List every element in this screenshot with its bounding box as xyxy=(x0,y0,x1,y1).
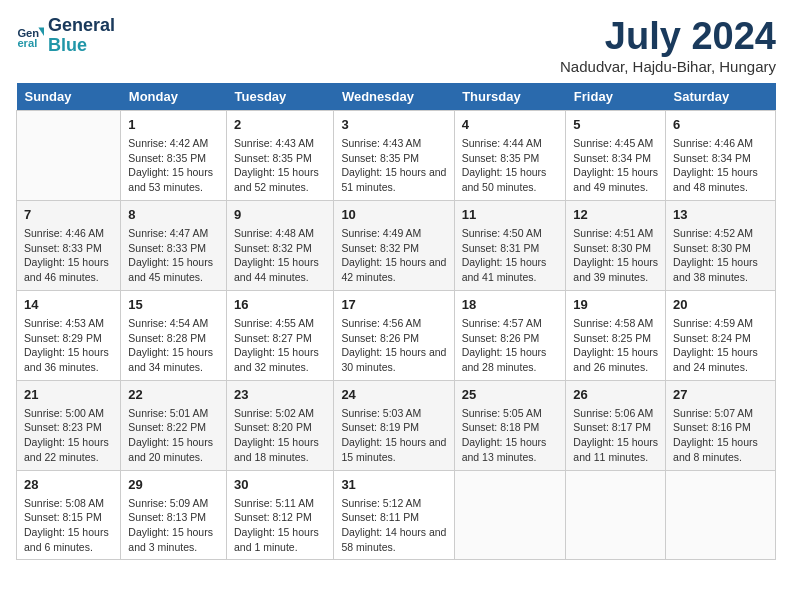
day-info: Sunrise: 4:46 AMSunset: 8:34 PMDaylight:… xyxy=(673,136,768,195)
calendar-cell: 31Sunrise: 5:12 AMSunset: 8:11 PMDayligh… xyxy=(334,470,454,560)
day-info: Sunrise: 4:51 AMSunset: 8:30 PMDaylight:… xyxy=(573,226,658,285)
title-section: July 2024 Nadudvar, Hajdu-Bihar, Hungary xyxy=(560,16,776,75)
day-info: Sunrise: 4:52 AMSunset: 8:30 PMDaylight:… xyxy=(673,226,768,285)
calendar-cell: 12Sunrise: 4:51 AMSunset: 8:30 PMDayligh… xyxy=(566,200,666,290)
calendar-cell: 15Sunrise: 4:54 AMSunset: 8:28 PMDayligh… xyxy=(121,290,227,380)
day-number: 8 xyxy=(128,206,219,224)
day-info: Sunrise: 5:06 AMSunset: 8:17 PMDaylight:… xyxy=(573,406,658,465)
calendar-cell: 16Sunrise: 4:55 AMSunset: 8:27 PMDayligh… xyxy=(227,290,334,380)
day-info: Sunrise: 4:43 AMSunset: 8:35 PMDaylight:… xyxy=(234,136,326,195)
day-info: Sunrise: 5:01 AMSunset: 8:22 PMDaylight:… xyxy=(128,406,219,465)
header-row: SundayMondayTuesdayWednesdayThursdayFrid… xyxy=(17,83,776,111)
day-number: 31 xyxy=(341,476,446,494)
calendar-subtitle: Nadudvar, Hajdu-Bihar, Hungary xyxy=(560,58,776,75)
day-number: 2 xyxy=(234,116,326,134)
day-number: 11 xyxy=(462,206,559,224)
day-info: Sunrise: 4:59 AMSunset: 8:24 PMDaylight:… xyxy=(673,316,768,375)
day-info: Sunrise: 5:08 AMSunset: 8:15 PMDaylight:… xyxy=(24,496,113,555)
day-number: 26 xyxy=(573,386,658,404)
header: Gen eral General Blue July 2024 Nadudvar… xyxy=(16,16,776,75)
day-info: Sunrise: 5:12 AMSunset: 8:11 PMDaylight:… xyxy=(341,496,446,555)
header-day-tuesday: Tuesday xyxy=(227,83,334,111)
calendar-cell: 1Sunrise: 4:42 AMSunset: 8:35 PMDaylight… xyxy=(121,110,227,200)
day-number: 18 xyxy=(462,296,559,314)
week-row-1: 1Sunrise: 4:42 AMSunset: 8:35 PMDaylight… xyxy=(17,110,776,200)
logo-icon: Gen eral xyxy=(16,22,44,50)
day-number: 22 xyxy=(128,386,219,404)
logo-text: General Blue xyxy=(48,16,115,56)
day-number: 10 xyxy=(341,206,446,224)
calendar-table: SundayMondayTuesdayWednesdayThursdayFrid… xyxy=(16,83,776,561)
day-info: Sunrise: 5:07 AMSunset: 8:16 PMDaylight:… xyxy=(673,406,768,465)
header-day-friday: Friday xyxy=(566,83,666,111)
calendar-cell: 30Sunrise: 5:11 AMSunset: 8:12 PMDayligh… xyxy=(227,470,334,560)
calendar-cell: 13Sunrise: 4:52 AMSunset: 8:30 PMDayligh… xyxy=(666,200,776,290)
day-number: 3 xyxy=(341,116,446,134)
day-info: Sunrise: 4:47 AMSunset: 8:33 PMDaylight:… xyxy=(128,226,219,285)
calendar-cell: 18Sunrise: 4:57 AMSunset: 8:26 PMDayligh… xyxy=(454,290,566,380)
day-info: Sunrise: 4:45 AMSunset: 8:34 PMDaylight:… xyxy=(573,136,658,195)
day-number: 14 xyxy=(24,296,113,314)
calendar-cell: 11Sunrise: 4:50 AMSunset: 8:31 PMDayligh… xyxy=(454,200,566,290)
day-info: Sunrise: 4:49 AMSunset: 8:32 PMDaylight:… xyxy=(341,226,446,285)
calendar-cell: 26Sunrise: 5:06 AMSunset: 8:17 PMDayligh… xyxy=(566,380,666,470)
header-day-thursday: Thursday xyxy=(454,83,566,111)
calendar-cell: 5Sunrise: 4:45 AMSunset: 8:34 PMDaylight… xyxy=(566,110,666,200)
day-number: 29 xyxy=(128,476,219,494)
day-number: 30 xyxy=(234,476,326,494)
week-row-4: 21Sunrise: 5:00 AMSunset: 8:23 PMDayligh… xyxy=(17,380,776,470)
day-number: 7 xyxy=(24,206,113,224)
day-number: 12 xyxy=(573,206,658,224)
day-number: 6 xyxy=(673,116,768,134)
day-info: Sunrise: 5:11 AMSunset: 8:12 PMDaylight:… xyxy=(234,496,326,555)
calendar-cell: 22Sunrise: 5:01 AMSunset: 8:22 PMDayligh… xyxy=(121,380,227,470)
calendar-title: July 2024 xyxy=(560,16,776,58)
calendar-cell: 8Sunrise: 4:47 AMSunset: 8:33 PMDaylight… xyxy=(121,200,227,290)
day-number: 20 xyxy=(673,296,768,314)
header-day-monday: Monday xyxy=(121,83,227,111)
week-row-3: 14Sunrise: 4:53 AMSunset: 8:29 PMDayligh… xyxy=(17,290,776,380)
day-info: Sunrise: 5:03 AMSunset: 8:19 PMDaylight:… xyxy=(341,406,446,465)
calendar-cell: 6Sunrise: 4:46 AMSunset: 8:34 PMDaylight… xyxy=(666,110,776,200)
calendar-cell: 20Sunrise: 4:59 AMSunset: 8:24 PMDayligh… xyxy=(666,290,776,380)
day-number: 1 xyxy=(128,116,219,134)
calendar-cell: 21Sunrise: 5:00 AMSunset: 8:23 PMDayligh… xyxy=(17,380,121,470)
calendar-cell xyxy=(454,470,566,560)
day-number: 15 xyxy=(128,296,219,314)
day-number: 27 xyxy=(673,386,768,404)
header-day-sunday: Sunday xyxy=(17,83,121,111)
day-info: Sunrise: 4:43 AMSunset: 8:35 PMDaylight:… xyxy=(341,136,446,195)
calendar-cell: 23Sunrise: 5:02 AMSunset: 8:20 PMDayligh… xyxy=(227,380,334,470)
day-info: Sunrise: 4:46 AMSunset: 8:33 PMDaylight:… xyxy=(24,226,113,285)
calendar-cell: 25Sunrise: 5:05 AMSunset: 8:18 PMDayligh… xyxy=(454,380,566,470)
day-number: 24 xyxy=(341,386,446,404)
calendar-cell: 24Sunrise: 5:03 AMSunset: 8:19 PMDayligh… xyxy=(334,380,454,470)
day-info: Sunrise: 4:58 AMSunset: 8:25 PMDaylight:… xyxy=(573,316,658,375)
day-number: 17 xyxy=(341,296,446,314)
day-info: Sunrise: 4:53 AMSunset: 8:29 PMDaylight:… xyxy=(24,316,113,375)
day-info: Sunrise: 5:05 AMSunset: 8:18 PMDaylight:… xyxy=(462,406,559,465)
svg-marker-2 xyxy=(38,27,44,35)
day-number: 4 xyxy=(462,116,559,134)
day-info: Sunrise: 5:09 AMSunset: 8:13 PMDaylight:… xyxy=(128,496,219,555)
svg-text:eral: eral xyxy=(17,37,37,49)
day-number: 16 xyxy=(234,296,326,314)
day-number: 5 xyxy=(573,116,658,134)
week-row-2: 7Sunrise: 4:46 AMSunset: 8:33 PMDaylight… xyxy=(17,200,776,290)
day-number: 13 xyxy=(673,206,768,224)
calendar-cell: 17Sunrise: 4:56 AMSunset: 8:26 PMDayligh… xyxy=(334,290,454,380)
day-info: Sunrise: 5:02 AMSunset: 8:20 PMDaylight:… xyxy=(234,406,326,465)
calendar-cell: 14Sunrise: 4:53 AMSunset: 8:29 PMDayligh… xyxy=(17,290,121,380)
calendar-cell: 19Sunrise: 4:58 AMSunset: 8:25 PMDayligh… xyxy=(566,290,666,380)
header-day-wednesday: Wednesday xyxy=(334,83,454,111)
day-info: Sunrise: 4:56 AMSunset: 8:26 PMDaylight:… xyxy=(341,316,446,375)
day-info: Sunrise: 4:54 AMSunset: 8:28 PMDaylight:… xyxy=(128,316,219,375)
day-info: Sunrise: 4:50 AMSunset: 8:31 PMDaylight:… xyxy=(462,226,559,285)
day-info: Sunrise: 4:48 AMSunset: 8:32 PMDaylight:… xyxy=(234,226,326,285)
day-number: 25 xyxy=(462,386,559,404)
day-info: Sunrise: 4:44 AMSunset: 8:35 PMDaylight:… xyxy=(462,136,559,195)
calendar-cell: 27Sunrise: 5:07 AMSunset: 8:16 PMDayligh… xyxy=(666,380,776,470)
calendar-cell xyxy=(666,470,776,560)
calendar-cell: 28Sunrise: 5:08 AMSunset: 8:15 PMDayligh… xyxy=(17,470,121,560)
day-info: Sunrise: 4:42 AMSunset: 8:35 PMDaylight:… xyxy=(128,136,219,195)
